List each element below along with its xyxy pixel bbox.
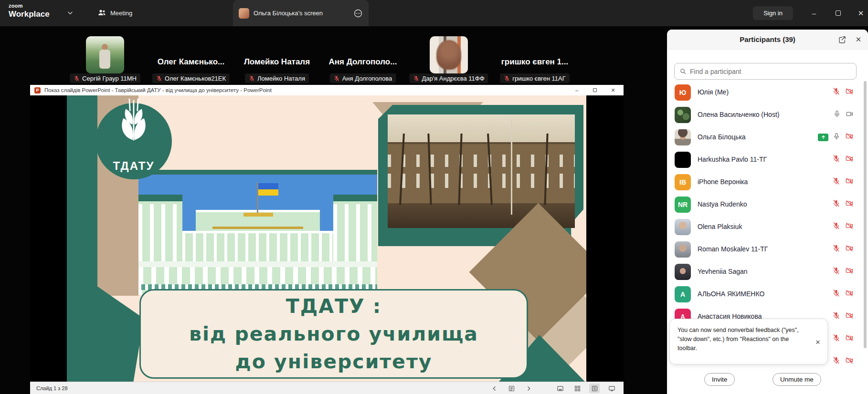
annotate-pen-button[interactable] xyxy=(506,384,517,393)
participant-name: Ольга Білоцька xyxy=(698,133,746,141)
close-button[interactable]: ✕ xyxy=(850,0,868,26)
avatar: NR xyxy=(675,197,691,213)
pp-minimize-button[interactable]: – xyxy=(569,85,585,95)
avatar xyxy=(239,8,249,19)
participant-label-text: Дар'я Андрєєва 11ФФ xyxy=(422,75,484,82)
participant-display-name: Ломейко Наталя xyxy=(234,57,320,67)
mic-muted-icon xyxy=(413,75,419,82)
participant-name: Олена Васильченко (Host) xyxy=(698,111,779,118)
restore-icon xyxy=(593,88,597,92)
participant-name: Harkushka Pavlo 11-ТГ xyxy=(698,156,767,163)
participant-row[interactable]: Harkushka Pavlo 11-ТГ xyxy=(667,148,868,171)
participant-display-name: Олег Камєнько... xyxy=(148,57,234,67)
pop-out-icon[interactable] xyxy=(838,35,847,44)
avatar xyxy=(675,219,691,235)
ukrainian-flag xyxy=(258,183,278,196)
toast-text: You can now send nonverbal feedback ("ye… xyxy=(677,326,806,353)
powerpoint-status-bar: Слайд 1 з 28 xyxy=(30,382,624,394)
participant-name: АЛЬОНА ЯКИМЕНКО xyxy=(698,290,764,298)
presenter-view-button[interactable] xyxy=(606,384,617,393)
video-tile[interactable]: Олег Камєнько... Олег Камєньков21ЕК xyxy=(148,31,234,85)
tab-meeting-label: Meeting xyxy=(110,10,132,17)
participant-status-icons xyxy=(832,81,854,104)
building-cornice xyxy=(138,261,377,267)
video-tile[interactable]: гришко євген 1... гришко євген 11АГ xyxy=(492,31,578,85)
search-input[interactable] xyxy=(690,68,851,75)
participant-row[interactable]: NR Nastya Rudenko xyxy=(667,193,868,216)
video-icon xyxy=(845,132,854,142)
next-slide-button[interactable] xyxy=(523,384,534,393)
participant-name-label: Аня Долгополова xyxy=(330,73,396,83)
avatar-initials: Ю xyxy=(679,89,686,96)
video-icon xyxy=(845,199,854,209)
participant-status-icons xyxy=(832,238,854,260)
presentation-slide: ТДАТУ xyxy=(67,95,586,382)
chevron-down-icon[interactable] xyxy=(67,10,74,16)
avatar-initials: IB xyxy=(679,178,686,186)
video-tile[interactable]: Ломейко Наталя Ломейко Наталя xyxy=(234,31,320,85)
participant-row[interactable]: Ю Юлія (Me) xyxy=(667,81,868,104)
tab-shared-screen[interactable]: Ольга Білоцька's screen xyxy=(233,0,369,26)
participant-display-name: гришко євген 1... xyxy=(492,57,578,67)
participant-status-icons xyxy=(832,193,854,216)
grid-view-button[interactable] xyxy=(572,384,582,393)
slide-title-line2: від реального училища xyxy=(189,320,478,348)
maximize-button[interactable] xyxy=(827,0,848,26)
participant-row[interactable]: Ольга Білоцька xyxy=(667,126,868,148)
normal-view-button[interactable] xyxy=(555,384,565,393)
logo-workplace: Workplace xyxy=(9,10,50,18)
participant-status-icons xyxy=(818,126,854,148)
participant-row[interactable]: IB iPhone Вероніка xyxy=(667,171,868,193)
mic-icon xyxy=(832,155,840,165)
scrollbar[interactable] xyxy=(864,81,867,348)
participant-row[interactable]: Yevheniia Sagan xyxy=(667,260,868,283)
close-panel-icon[interactable]: ✕ xyxy=(854,35,863,44)
video-icon xyxy=(845,87,854,97)
participant-row[interactable]: Олена Васильченко (Host) xyxy=(667,104,868,126)
invite-button[interactable]: Invite xyxy=(704,373,735,386)
video-tile[interactable]: Сергій Граур 11МН xyxy=(62,31,148,85)
avatar: IB xyxy=(675,174,691,190)
slide-counter: Слайд 1 з 28 xyxy=(36,385,68,391)
unmute-me-button[interactable]: Unmute me xyxy=(773,373,821,386)
participant-status-icons xyxy=(832,283,854,305)
slide-title-line1: ТДАТУ : xyxy=(286,292,381,320)
participant-label-text: гришко євген 11АГ xyxy=(512,75,566,82)
video-tile[interactable]: Аня Долгополо... Аня Долгополова xyxy=(320,31,406,85)
video-strip: Сергій Граур 11МН Олег Камєнько... Олег … xyxy=(62,31,587,85)
avatar xyxy=(675,129,691,145)
sign-in-button[interactable]: Sign in xyxy=(753,6,793,20)
participant-search[interactable] xyxy=(674,63,857,80)
participant-row[interactable]: Roman Moskalev 11-ТГ xyxy=(667,238,868,260)
app-title-bar: zoom Workplace Meeting Ольга Білоцька's … xyxy=(0,0,868,26)
tdatu-logo-text: ТДАТУ xyxy=(95,159,172,173)
slideshow-toolbar xyxy=(489,382,617,394)
participant-label-text: Сергій Граур 11МН xyxy=(82,75,137,82)
video-tile[interactable]: Дар'я Андрєєва 11ФФ xyxy=(406,31,492,85)
participant-name-label: Сергій Граур 11МН xyxy=(70,73,140,83)
more-options-icon[interactable] xyxy=(353,9,363,18)
screen-share-badge xyxy=(818,134,828,141)
zoom-view-button[interactable] xyxy=(589,384,600,393)
avatar xyxy=(675,107,691,123)
pp-restore-button[interactable] xyxy=(587,85,603,95)
minimize-button[interactable]: – xyxy=(804,0,825,26)
mic-icon xyxy=(832,311,840,321)
participant-row[interactable]: A АЛЬОНА ЯКИМЕНКО xyxy=(667,283,868,305)
flag-pedestal xyxy=(243,213,273,217)
participant-display-name: Аня Долгополо... xyxy=(320,57,406,67)
participant-name: iPhone Вероніка xyxy=(698,178,748,186)
nonverbal-feedback-toast: You can now send nonverbal feedback ("ye… xyxy=(669,319,828,364)
participant-row[interactable]: Olena Plaksiuk xyxy=(667,216,868,238)
powerpoint-title-bar[interactable]: P Показ слайдів PowerPoint - Таврійський… xyxy=(30,85,624,95)
logo-zoom: zoom xyxy=(9,3,50,9)
powerpoint-title-text: Показ слайдів PowerPoint - Таврійський Д… xyxy=(44,87,272,93)
tab-meeting[interactable]: Meeting xyxy=(91,0,139,26)
powerpoint-icon: P xyxy=(34,87,41,93)
mic-icon xyxy=(832,222,840,232)
previous-slide-button[interactable] xyxy=(489,384,499,393)
pp-close-button[interactable]: ✕ xyxy=(605,85,621,95)
toast-close-icon[interactable]: ✕ xyxy=(814,338,822,346)
participant-name-label: гришко євген 11АГ xyxy=(500,73,570,83)
avatar xyxy=(675,152,691,168)
